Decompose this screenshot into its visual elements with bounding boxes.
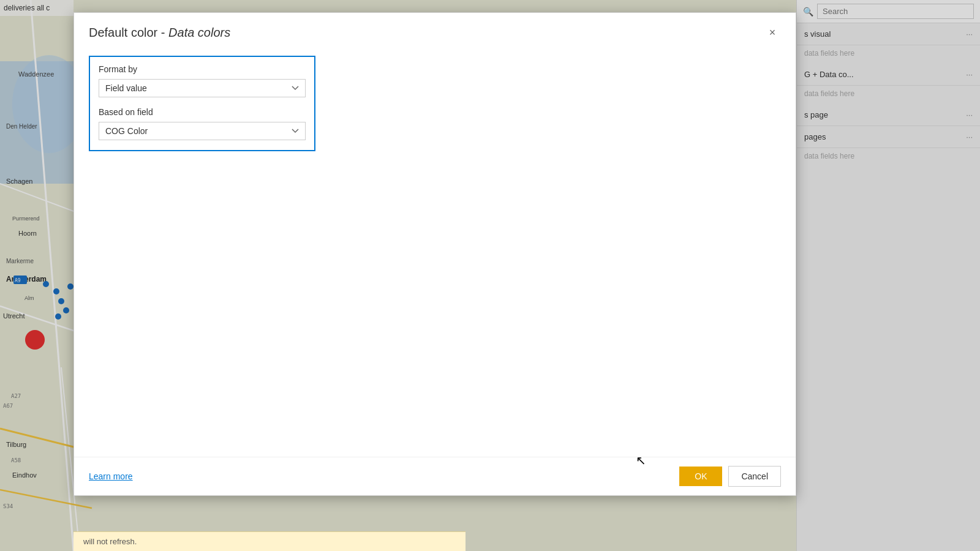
modal-footer: Learn more OK Cancel xyxy=(74,457,796,495)
modal-body: Format by Field value Rules Gradient Bas… xyxy=(74,50,796,457)
modal-dialog: Default color - Data colors × Format by … xyxy=(74,12,796,496)
based-on-label: Based on field xyxy=(99,107,306,117)
modal-header: Default color - Data colors × xyxy=(74,13,796,50)
format-by-label: Format by xyxy=(99,64,306,74)
based-on-section: Based on field COG Color xyxy=(99,107,306,140)
cancel-button[interactable]: Cancel xyxy=(728,466,781,487)
close-button[interactable]: × xyxy=(764,24,781,41)
based-on-dropdown[interactable]: COG Color xyxy=(99,122,306,140)
format-by-dropdown[interactable]: Field value Rules Gradient xyxy=(99,79,306,97)
modal-title: Default color - Data colors xyxy=(89,26,230,40)
learn-more-link[interactable]: Learn more xyxy=(89,471,133,481)
modal-overlay: Default color - Data colors × Format by … xyxy=(0,0,980,551)
format-section: Format by Field value Rules Gradient Bas… xyxy=(89,56,315,151)
bottom-message: will not refresh. xyxy=(74,531,466,551)
footer-buttons: OK Cancel xyxy=(679,466,781,487)
ok-button[interactable]: OK xyxy=(679,467,722,486)
